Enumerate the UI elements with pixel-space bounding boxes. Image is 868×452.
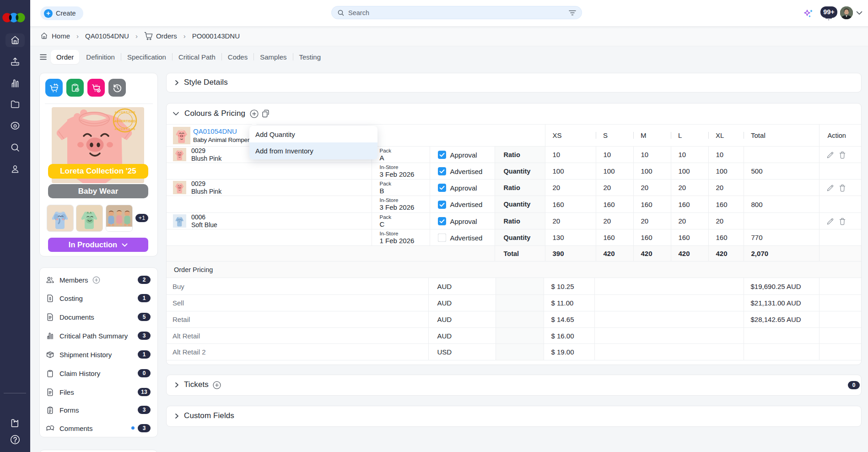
svg-text:A D V E R T I S E D: A D V E R T I S E D [115,128,135,131]
svg-text:A D V E R T I S E D: A D V E R T I S E D [115,111,135,114]
svg-text:ADVERTISED: ADVERTISED [114,119,135,123]
